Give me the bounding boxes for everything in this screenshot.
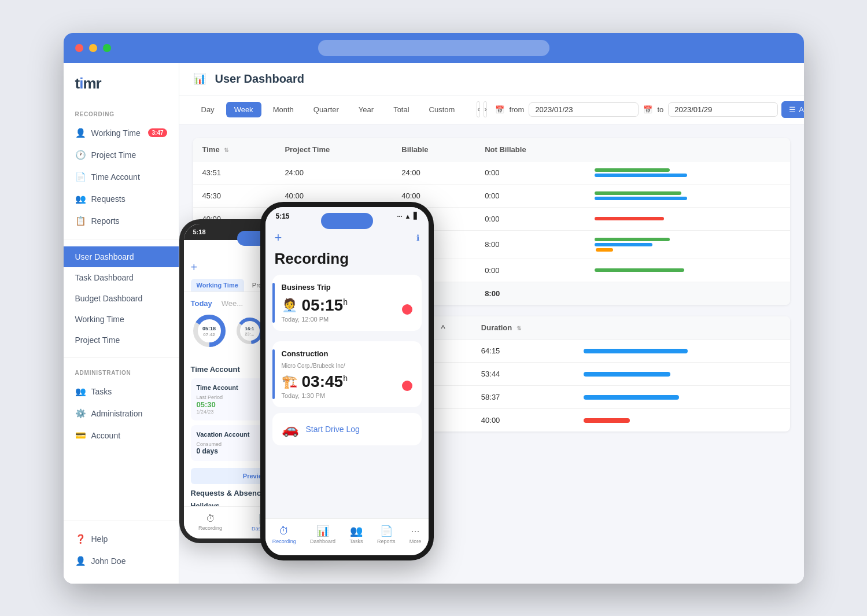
front-tasks-label: Tasks [350, 538, 363, 544]
sidebar-item-tasks[interactable]: 👥 Tasks [64, 381, 179, 403]
bar-container [595, 268, 780, 272]
sidebar-item-account[interactable]: 💳 Account [64, 425, 179, 447]
front-nav-dashboard[interactable]: 📊 Dashboard [310, 525, 335, 544]
clock-icon: 🕐 [75, 150, 86, 160]
sidebar-item-time-account[interactable]: 📄 Time Account [64, 166, 179, 188]
browser-window: timr RECORDING 👤 Working Time 3:47 🕐 Pro… [64, 33, 804, 584]
front-nav-tasks[interactable]: 👥 Tasks [350, 525, 363, 544]
sidebar-account-label: Account [91, 431, 121, 440]
date-to-input[interactable] [668, 102, 778, 117]
tab-day[interactable]: Day [193, 102, 223, 117]
sidebar-item-project-time[interactable]: 🕐 Project Time [64, 144, 179, 166]
cell-duration: 53:44 [472, 362, 574, 385]
cell-duration-bar [574, 408, 789, 431]
cell-expand [431, 408, 472, 431]
sidebar-item-budget-dashboard[interactable]: Budget Dashboard [64, 288, 179, 309]
tab-custom[interactable]: Custom [421, 102, 463, 117]
absolute-btn[interactable]: ☰ Absolute [781, 101, 803, 118]
front-more-icon: ··· [411, 525, 420, 537]
planned-col: Plan... 5 da... [304, 441, 323, 455]
tab-month[interactable]: Month [265, 102, 302, 117]
administration-section-label: ADMINISTRATION [64, 370, 179, 381]
sidebar-item-project-time-2[interactable]: Project Time [64, 330, 179, 351]
duration-table: ^ Duration ⇅ 64:15 [193, 316, 790, 431]
front-nav-reports[interactable]: 📄 Reports [377, 525, 396, 544]
sidebar-user-dashboard-label: User Dashboard [75, 252, 134, 261]
to-label: to [657, 105, 663, 114]
cell-project-time: 24:00 [275, 161, 392, 184]
close-dot[interactable] [75, 44, 83, 52]
table-row: 43:51 24:00 24:00 0:00 [193, 161, 790, 184]
col-duration: Duration ⇅ [472, 316, 574, 340]
bar-red [595, 217, 664, 220]
nav-tasks[interactable]: ☰ Task... [307, 514, 322, 532]
recording-nav-label: Recording [198, 525, 222, 531]
front-nav-recording[interactable]: ⏱ Recording [272, 525, 296, 544]
cell-name [193, 408, 432, 431]
sidebar-item-working-time-2[interactable]: Working Time [64, 309, 179, 330]
sidebar-item-reports[interactable]: 📋 Reports [64, 210, 179, 232]
bar-blue [595, 243, 652, 246]
cell-expand [431, 339, 472, 362]
sidebar-item-administration[interactable]: ⚙️ Administration [64, 403, 179, 425]
sidebar-tasks-label: Tasks [91, 387, 112, 396]
help-icon: ❓ [75, 534, 86, 544]
main-header: 📊 User Dashboard [179, 63, 804, 95]
sidebar-item-user[interactable]: 👤 John Doe [64, 550, 179, 572]
account-icon: 💳 [75, 430, 86, 441]
minimize-dot[interactable] [89, 44, 97, 52]
sidebar-bottom: ❓ Help 👤 John Doe [64, 514, 179, 572]
sidebar-item-help[interactable]: ❓ Help [64, 528, 179, 550]
maximize-dot[interactable] [103, 44, 111, 52]
app-container: timr RECORDING 👤 Working Time 3:47 🕐 Pro… [64, 63, 804, 584]
next-arrow[interactable]: › [484, 101, 487, 117]
requests-section: Requests & Absenc... Holidays Jul 10, 20… [184, 489, 337, 523]
tasks-icon: 👥 [75, 386, 86, 397]
bar-blue [595, 174, 687, 177]
cell-duration-bar [574, 385, 789, 408]
cell-not-billable: 8:00 [475, 230, 585, 259]
cell-total-not-billable: 8:00 [475, 282, 585, 305]
recording-section-label: RECORDING [64, 111, 179, 122]
vacation-title: Vacation Account [197, 431, 324, 438]
sidebar-item-working-time[interactable]: 👤 Working Time 3:47 [64, 122, 179, 144]
sidebar-working-time-label: Working Time [91, 128, 141, 138]
date-from-input[interactable] [529, 102, 639, 117]
sidebar-item-task-dashboard[interactable]: Task Dashboard [64, 267, 179, 288]
table-row: 40:00 0:00 0:00 0:00 [193, 207, 790, 230]
front-recording-icon: ⏱ [279, 525, 289, 537]
phone-front-bottom-nav: ⏱ Recording 📊 Dashboard 👥 Tasks [265, 518, 429, 555]
phone-back-bottom-nav: ⏱ Recording 📊 Dashboard ☰ Task... [184, 506, 337, 538]
sidebar-task-dashboard-label: Task Dashboard [75, 273, 134, 282]
cell-expand [431, 362, 472, 385]
url-bar[interactable] [318, 40, 549, 56]
tab-total[interactable]: Total [385, 102, 417, 117]
nav-dashboard[interactable]: 📊 Dashboard [252, 514, 277, 532]
tab-year[interactable]: Year [351, 102, 382, 117]
working-time-badge: 3:47 [148, 128, 167, 137]
holiday-title: Holidays [191, 502, 330, 510]
front-nav-more[interactable]: ··· More [409, 525, 422, 544]
sidebar-item-requests[interactable]: 👥 Requests [64, 188, 179, 210]
reports-icon: 📋 [75, 216, 86, 226]
recording-dot-1[interactable] [402, 304, 412, 315]
col-expand: ^ [431, 316, 472, 340]
browser-titlebar [64, 33, 804, 63]
cell-billable: 32:00 [392, 230, 475, 259]
cell-time: 45:15 [193, 259, 276, 282]
cell-bar [585, 259, 789, 282]
col-time: Time ⇅ [193, 138, 276, 161]
tab-quarter[interactable]: Quarter [305, 102, 347, 117]
sidebar-item-user-dashboard[interactable]: User Dashboard [64, 246, 179, 267]
front-reports-label: Reports [377, 538, 396, 544]
recording-nav-icon: ⏱ [206, 514, 215, 524]
sidebar-project-time-label: Project Time [91, 150, 136, 160]
preview-button[interactable]: Preview T... [191, 468, 330, 484]
cell-not-billable: 0:00 [475, 207, 585, 230]
table-row: 45:30 40:00 40:00 0:00 [193, 184, 790, 207]
sidebar-budget-dashboard-label: Budget Dashboard [75, 294, 143, 303]
nav-recording[interactable]: ⏱ Recording [198, 514, 222, 531]
prev-arrow[interactable]: ‹ [477, 101, 480, 117]
tab-week[interactable]: Week [226, 102, 261, 117]
bar-green [595, 238, 670, 241]
